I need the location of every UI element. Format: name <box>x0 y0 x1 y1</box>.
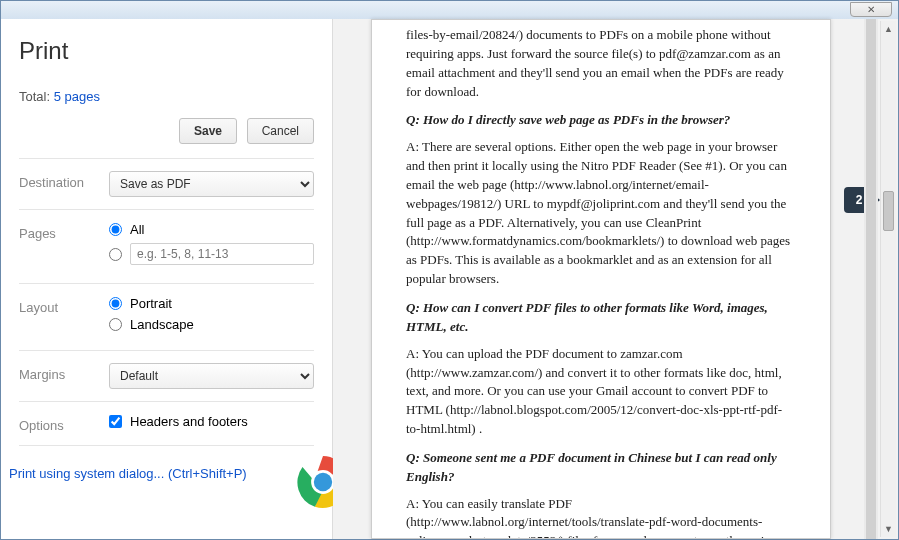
total-pages: Total: 5 pages <box>19 89 314 104</box>
options-row: Options Headers and footers <box>19 402 314 446</box>
svg-point-2 <box>314 473 332 491</box>
question-1: Q: How do I directly save web page as PD… <box>406 111 796 130</box>
page-preview: files-by-email/20824/) documents to PDFs… <box>371 19 831 539</box>
scroll-up-arrow[interactable]: ▲ <box>881 21 896 37</box>
question-2: Q: How can I convert PDF files to other … <box>406 299 796 337</box>
destination-label: Destination <box>19 171 109 190</box>
margins-label: Margins <box>19 363 109 382</box>
pages-all-label: All <box>130 222 144 237</box>
total-count: 5 pages <box>54 89 100 104</box>
destination-select[interactable]: Save as PDF <box>109 171 314 197</box>
question-3: Q: Someone sent me a PDF document in Chi… <box>406 449 796 487</box>
layout-portrait-radio[interactable] <box>109 297 122 310</box>
preview-pane: files-by-email/20824/) documents to PDFs… <box>333 19 898 539</box>
headers-footers-label: Headers and footers <box>130 414 248 429</box>
layout-label: Layout <box>19 296 109 315</box>
answer-1: A: There are several options. Either ope… <box>406 138 796 289</box>
print-sidebar: Print Total: 5 pages Save Cancel Destina… <box>1 19 333 539</box>
options-label: Options <box>19 414 109 433</box>
margins-row: Margins Default <box>19 351 314 402</box>
layout-portrait-label: Portrait <box>130 296 172 311</box>
pages-row: Pages All <box>19 210 314 284</box>
pages-custom-radio[interactable] <box>109 248 122 261</box>
pages-all-radio[interactable] <box>109 223 122 236</box>
preview-scrollbar[interactable]: ▲ ▼ <box>880 21 896 537</box>
headers-footers-checkbox[interactable] <box>109 415 122 428</box>
save-button[interactable]: Save <box>179 118 237 144</box>
preview-inner-scrollbar[interactable] <box>864 19 878 539</box>
print-dialog-window: ✕ Print Total: 5 pages Save Cancel Desti… <box>0 0 899 540</box>
page-title: Print <box>19 37 314 65</box>
para-intro: files-by-email/20824/) documents to PDFs… <box>406 26 796 101</box>
layout-landscape-label: Landscape <box>130 317 194 332</box>
scroll-down-arrow[interactable]: ▼ <box>881 521 896 537</box>
pages-custom-input[interactable] <box>130 243 314 265</box>
layout-row: Layout Portrait Landscape <box>19 284 314 351</box>
cancel-button[interactable]: Cancel <box>247 118 314 144</box>
destination-row: Destination Save as PDF <box>19 159 314 210</box>
system-dialog-link[interactable]: Print using system dialog... (Ctrl+Shift… <box>7 464 249 483</box>
answer-2: A: You can upload the PDF document to za… <box>406 345 796 439</box>
inner-scroll-thumb[interactable] <box>866 19 876 539</box>
scroll-thumb[interactable] <box>883 191 894 231</box>
answer-3: A: You can easily translate PDF (http://… <box>406 495 796 539</box>
margins-select[interactable]: Default <box>109 363 314 389</box>
titlebar: ✕ <box>1 1 898 19</box>
layout-landscape-radio[interactable] <box>109 318 122 331</box>
content-area: Print Total: 5 pages Save Cancel Destina… <box>1 19 898 539</box>
pages-label: Pages <box>19 222 109 241</box>
action-buttons: Save Cancel <box>19 118 314 159</box>
window-close-button[interactable]: ✕ <box>850 2 892 17</box>
total-prefix: Total: <box>19 89 54 104</box>
